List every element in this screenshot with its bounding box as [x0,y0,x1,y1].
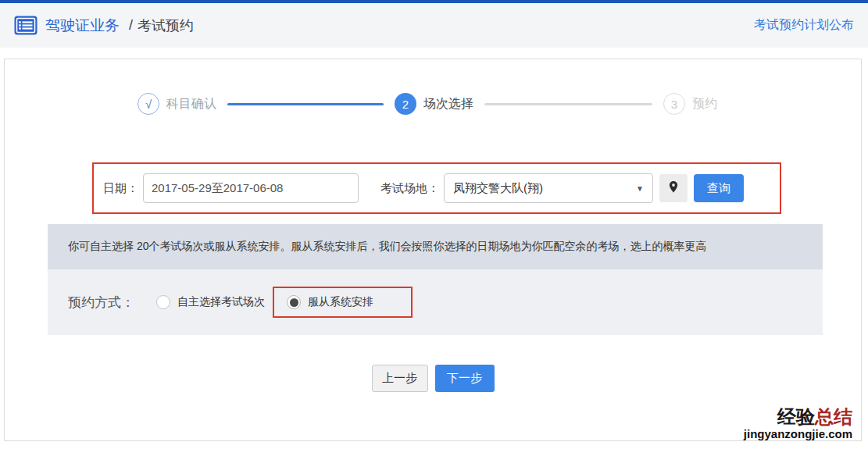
watermark-title-part2: 总结 [815,406,852,427]
page: 驾驶证业务 / 考试预约 考试预约计划公布 √ 科目确认 2 场次选择 3 预约… [0,0,868,449]
radio-checked-icon[interactable] [287,295,301,309]
step-2-number: 2 [402,98,409,111]
breadcrumb-separator: / [129,17,133,34]
notice-bar: 你可自主选择 20个考试场次或服从系统安排。服从系统安排后，我们会按照你选择的日… [48,224,823,269]
step-2-label: 场次选择 [423,96,473,112]
booking-mode-label: 预约方式： [68,294,134,312]
step-3-number: 3 [671,98,677,111]
venue-label: 考试场地： [380,181,439,196]
radio-unchecked-icon[interactable] [156,295,170,309]
header: 驾驶证业务 / 考试预约 考试预约计划公布 [0,3,868,48]
radio-option-self-select[interactable]: 自主选择考试场次 [156,295,265,309]
breadcrumb-page-title: 考试预约 [138,16,194,35]
notice-text: 你可自主选择 20个考试场次或服从系统安排。服从系统安排后，我们会按照你选择的日… [68,240,706,254]
breadcrumb-section-title[interactable]: 驾驶证业务 [45,16,120,36]
step-1-check-icon: √ [145,98,152,111]
site-watermark: 经验总结 jingyanzongjie.com [744,407,852,440]
radio-option-system-arrange[interactable]: 服从系统安排 [287,295,373,309]
step-3-circle: 3 [663,93,685,115]
watermark-domain: jingyanzongjie.com [744,428,852,441]
step-3-label: 预约 [692,96,717,112]
previous-step-button[interactable]: 上一步 [372,365,428,392]
list-icon [14,16,38,35]
step-1-label: 科目确认 [166,96,216,112]
booking-mode-section: 预约方式： 自主选择考试场次 服从系统安排 [48,269,823,335]
watermark-title: 经验总结 [744,407,852,427]
highlight-box: 服从系统安排 [273,287,413,318]
radio-option-label[interactable]: 服从系统安排 [308,295,373,309]
dropdown-arrow-icon: ▼ [636,184,644,193]
step-connector-pending [484,103,652,105]
step-indicator: √ 科目确认 2 场次选择 3 预约 [5,93,861,115]
wizard-actions: 上一步 下一步 [5,365,861,392]
step-1-circle: √ [138,93,159,115]
location-button[interactable] [659,174,688,202]
main-panel: √ 科目确认 2 场次选择 3 预约 日期： 考试场地： 凤翔交警大队(翔) ▼ [4,59,862,441]
step-connector-active [227,103,384,105]
filter-row-highlighted: 日期： 考试场地： 凤翔交警大队(翔) ▼ 查询 [92,162,781,214]
next-step-button[interactable]: 下一步 [435,365,495,392]
date-label: 日期： [103,181,138,196]
radio-option-label[interactable]: 自主选择考试场次 [177,295,265,309]
breadcrumb: 驾驶证业务 / 考试预约 [14,16,194,36]
step-2-circle: 2 [395,93,416,115]
query-button[interactable]: 查询 [694,174,744,202]
venue-select[interactable]: 凤翔交警大队(翔) ▼ [444,173,653,203]
date-range-input[interactable] [143,173,359,203]
exam-plan-link[interactable]: 考试预约计划公布 [754,17,854,34]
venue-selected-value: 凤翔交警大队(翔) [453,181,543,196]
map-pin-icon [667,180,680,196]
watermark-title-part1: 经验 [777,406,815,427]
